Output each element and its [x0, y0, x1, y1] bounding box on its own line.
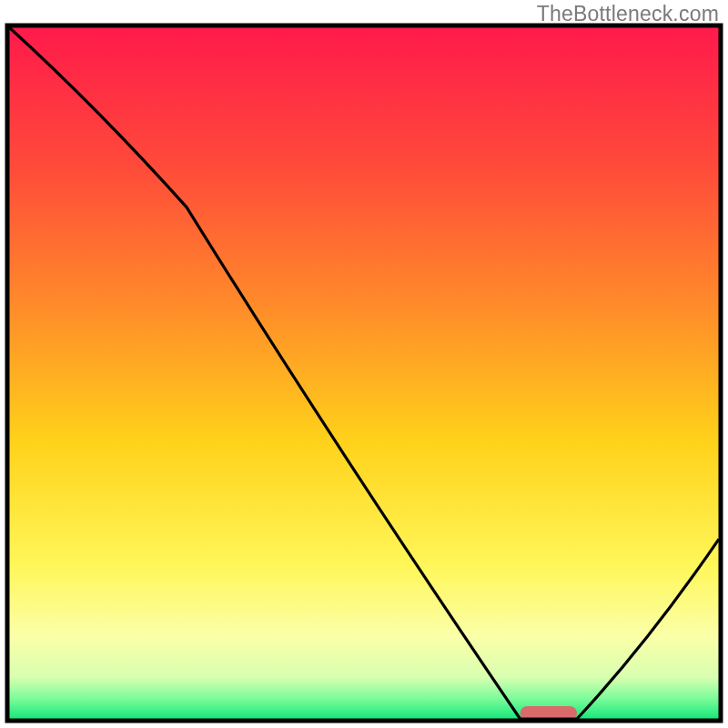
watermark-text: TheBottleneck.com — [537, 2, 719, 26]
bottleneck-chart — [0, 0, 728, 728]
chart-container: TheBottleneck.com — [0, 0, 728, 728]
